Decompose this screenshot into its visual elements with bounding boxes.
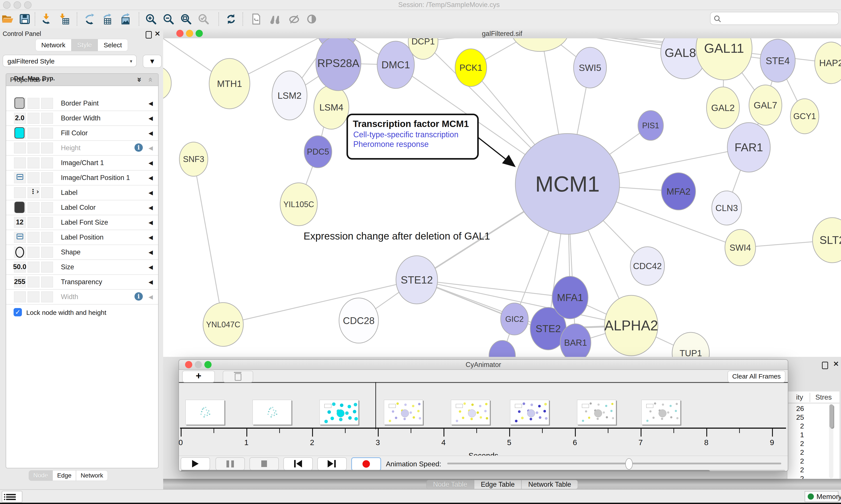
expand-property-icon[interactable]: ◀: [148, 175, 153, 181]
bypass-cell[interactable]: [41, 187, 53, 198]
expand-property-icon[interactable]: ◀: [148, 219, 153, 226]
save-icon[interactable]: [19, 13, 31, 25]
node-partial[interactable]: [511, 38, 570, 51]
animation-speed-slider-thumb[interactable]: [625, 458, 633, 470]
bypass-cell[interactable]: [41, 202, 53, 213]
table-cell[interactable]: 2: [787, 422, 804, 430]
tab-node-table[interactable]: Node Table: [426, 480, 474, 489]
frame-thumbnail-6[interactable]: [510, 400, 549, 425]
bypass-cell[interactable]: [41, 217, 53, 228]
annotation-link[interactable]: Cell-type-specific transcription: [353, 130, 477, 139]
expand-property-icon[interactable]: ◀: [148, 130, 153, 137]
expand-property-icon[interactable]: ◀: [148, 204, 153, 211]
export-image-icon[interactable]: [119, 13, 131, 25]
expand-property-icon[interactable]: ◀: [148, 190, 153, 196]
refresh-icon[interactable]: [225, 13, 237, 25]
bypass-cell[interactable]: [41, 232, 53, 243]
window-traffic-lights[interactable]: [3, 1, 35, 10]
table-cell[interactable]: 26: [787, 404, 804, 413]
property-row-image-chart-position-1[interactable]: Image/Chart Position 1◀: [6, 170, 158, 185]
expand-property-icon[interactable]: ◀: [148, 115, 153, 122]
bypass-cell[interactable]: [41, 143, 53, 154]
expand-property-icon[interactable]: ◀: [148, 264, 153, 270]
property-row-border-paint[interactable]: Border Paint◀: [6, 96, 158, 111]
add-frame-button[interactable]: +: [182, 371, 215, 382]
property-row-size[interactable]: 50.0Size◀: [6, 260, 158, 275]
copy-network-icon[interactable]: [250, 13, 262, 25]
property-row-image-chart-1[interactable]: Image/Chart 1◀: [6, 156, 158, 170]
expand-property-icon[interactable]: ◀: [148, 279, 153, 285]
node-partial[interactable]: [489, 340, 515, 357]
table-cell[interactable]: 25: [787, 413, 804, 421]
color-swatch[interactable]: [15, 97, 24, 109]
frame-thumbnail-5[interactable]: [451, 400, 490, 425]
property-row-transparency[interactable]: 255Transparency◀: [6, 275, 158, 290]
style-selector[interactable]: galFiltered Style ▾: [3, 55, 137, 67]
tab-edge-table[interactable]: Edge Table: [474, 480, 521, 489]
info-icon[interactable]: i: [135, 143, 143, 152]
frame-thumbnail-3[interactable]: [320, 400, 359, 425]
tab-network-table[interactable]: Network Table: [521, 480, 578, 489]
memory-button[interactable]: Memory: [805, 491, 838, 502]
frame-thumbnail-2[interactable]: [252, 400, 291, 425]
annotation-link[interactable]: Pheromone response: [353, 140, 477, 149]
expand-property-icon[interactable]: ◀: [148, 293, 153, 300]
expand-property-icon[interactable]: ◀: [148, 100, 153, 107]
animation-speed-slider[interactable]: [447, 463, 781, 464]
expand-property-icon[interactable]: ◀: [148, 234, 153, 240]
table-cell[interactable]: 2: [787, 439, 804, 448]
info-icon[interactable]: i: [135, 292, 143, 301]
show-panels-button[interactable]: [2, 491, 22, 503]
bypass-cell[interactable]: [41, 128, 53, 139]
annotation-box[interactable]: Transcription factor MCM1 Cell-type-spec…: [346, 114, 479, 160]
property-row-shape[interactable]: Shape◀: [6, 245, 158, 260]
frame-thumbnail-8[interactable]: [642, 400, 680, 425]
tab-node[interactable]: Node: [29, 470, 53, 481]
mapping-cell[interactable]: [28, 276, 39, 287]
table-column-header[interactable]: ity: [789, 393, 803, 401]
mapping-cell[interactable]: [28, 247, 39, 258]
bypass-cell[interactable]: [41, 276, 53, 287]
open-folder-icon[interactable]: [2, 13, 14, 25]
network-window-titlebar[interactable]: galFiltered.sif: [163, 29, 841, 39]
table-cell[interactable]: 1: [787, 431, 804, 439]
mapping-cell[interactable]: [28, 217, 39, 228]
tab-network-bottom[interactable]: Network: [76, 470, 108, 481]
table-vertical-scrollbar[interactable]: [829, 404, 833, 479]
zoom-fit-icon[interactable]: [180, 13, 192, 25]
frame-thumbnail-1[interactable]: [185, 400, 225, 425]
default-value-cell[interactable]: [14, 143, 26, 154]
mapping-cell[interactable]: [28, 113, 39, 124]
export-table-icon[interactable]: [101, 13, 113, 25]
mapping-cell[interactable]: [28, 158, 39, 168]
mapping-cell[interactable]: [28, 172, 39, 183]
mapping-cell[interactable]: [28, 128, 39, 139]
default-value-cell[interactable]: [14, 291, 26, 302]
mapping-cell[interactable]: [28, 262, 39, 273]
expand-property-icon[interactable]: ◀: [148, 160, 153, 166]
import-network-icon[interactable]: [40, 13, 52, 25]
timeline-horizontal-scrollbar[interactable]: [180, 470, 786, 472]
default-value-cell[interactable]: [14, 158, 26, 168]
skip-forward-button[interactable]: [317, 457, 347, 470]
export-network-icon[interactable]: [84, 13, 95, 25]
zoom-window-icon[interactable]: [24, 1, 32, 9]
mapping-cell[interactable]: [28, 98, 39, 109]
close-window-icon[interactable]: [3, 1, 11, 9]
play-button[interactable]: [181, 457, 210, 470]
show-graphics-details-icon[interactable]: [306, 13, 318, 25]
property-row-fill-color[interactable]: Fill Color◀: [6, 126, 158, 141]
bypass-cell[interactable]: [41, 291, 53, 302]
property-row-label-position[interactable]: Label Position◀: [6, 230, 158, 245]
float-panel-icon[interactable]: [146, 31, 152, 38]
hide-graphics-details-icon[interactable]: [288, 13, 300, 25]
bypass-cell[interactable]: [41, 262, 53, 273]
search-input[interactable]: [724, 13, 836, 23]
close-panel-icon[interactable]: ×: [833, 360, 839, 366]
mapping-cell[interactable]: [28, 143, 39, 154]
color-swatch[interactable]: [15, 127, 24, 139]
zoom-in-icon[interactable]: [145, 13, 157, 25]
bypass-cell[interactable]: [41, 247, 53, 258]
float-panel-icon[interactable]: [822, 362, 828, 369]
skip-back-button[interactable]: [283, 457, 313, 470]
